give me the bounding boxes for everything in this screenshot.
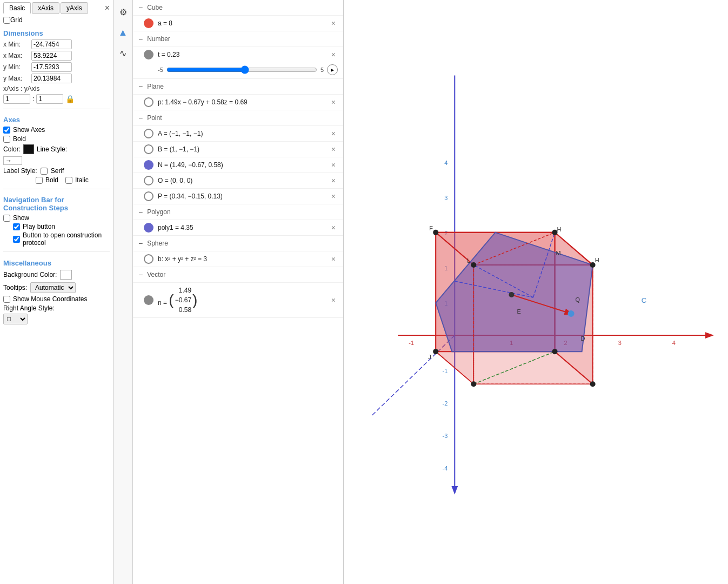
show-axes-label: Show Axes <box>13 126 45 134</box>
polygon-poly1-close[interactable]: × <box>329 223 338 232</box>
ymin-label: y Min: <box>3 63 29 71</box>
svg-text:H: H <box>595 257 599 263</box>
vector-collapse-icon: − <box>138 270 143 279</box>
cube-section-header[interactable]: − Cube <box>133 0 343 15</box>
plane-p-close[interactable]: × <box>329 98 338 107</box>
point-section-label: Point <box>147 114 162 122</box>
axes-color-row: Color: Line Style: <box>3 144 110 154</box>
number-t-dot <box>144 50 153 59</box>
ymin-row: y Min: <box>3 62 110 72</box>
algebra-section-polygon: − Polygon poly1 = 4.35 × <box>133 204 343 236</box>
vector-n-dot <box>144 295 153 305</box>
point-B-text: B = (1, −1, −1) <box>158 145 325 153</box>
sphere-section-header[interactable]: − Sphere <box>133 236 343 251</box>
separator-1 <box>3 109 110 109</box>
slider-row: -5 5 ▶ <box>133 62 343 78</box>
ratio-y-input[interactable] <box>36 94 63 104</box>
mouse-coords-checkbox[interactable] <box>3 296 10 303</box>
right-angle-select[interactable]: □ <box>3 314 28 324</box>
algebra-section-plane: − Plane p: 1.49x − 0.67y + 0.58z = 0.69 … <box>133 79 343 110</box>
vec-val-1: 1.49 <box>179 286 191 295</box>
ymax-input[interactable] <box>31 74 72 83</box>
algebra-section-point: − Point A = (−1, −1, −1) × B = (1, −1, −… <box>133 110 343 204</box>
triangle-tool-icon[interactable]: ▲ <box>116 25 131 40</box>
axes-color-swatch[interactable] <box>23 144 34 154</box>
curve-tool-icon[interactable]: ∿ <box>116 45 131 61</box>
grid-label: Grid <box>10 16 23 24</box>
point-B-close[interactable]: × <box>329 145 338 154</box>
sphere-item-b: b: x² + y² + z² = 3 × <box>133 251 343 267</box>
show-nav-checkbox[interactable] <box>3 215 10 222</box>
point-A-close[interactable]: × <box>329 129 338 138</box>
point-N-close[interactable]: × <box>329 161 338 169</box>
italic-checkbox[interactable] <box>65 177 72 184</box>
point-P-close[interactable]: × <box>329 192 338 201</box>
cube-a-close[interactable]: × <box>329 19 338 28</box>
play-btn-row: Play button <box>3 223 110 230</box>
axes-color-label: Color: <box>3 145 21 153</box>
grid-row: Grid <box>3 16 110 24</box>
number-section-header[interactable]: − Number <box>133 31 343 47</box>
ratio-x-input[interactable] <box>3 94 30 104</box>
show-nav-label: Show <box>13 214 29 222</box>
polygon-section-header[interactable]: − Polygon <box>133 204 343 220</box>
t-slider[interactable] <box>166 65 317 74</box>
arrow-right-icon: → <box>5 157 12 164</box>
polygon-poly1-dot <box>144 223 153 233</box>
svg-point-41 <box>509 292 514 297</box>
tab-xaxis[interactable]: xAxis <box>32 2 59 14</box>
bg-color-swatch[interactable] <box>60 270 72 280</box>
plane-section-header[interactable]: − Plane <box>133 79 343 94</box>
close-panel-button[interactable]: × <box>105 2 110 14</box>
middle-toolbar: ⚙ ▲ ∿ <box>113 0 133 584</box>
graphics-panel[interactable]: 4 3 2 1 1 -1 -2 -3 -4 1 2 3 4 -1 <box>344 0 728 584</box>
svg-text:-3: -3 <box>442 433 448 439</box>
left-settings-panel: Basic xAxis yAxis × Grid Dimensions x Mi… <box>0 0 113 584</box>
xmax-input[interactable] <box>31 51 72 61</box>
serif-checkbox[interactable] <box>41 168 48 175</box>
plane-item-p: p: 1.49x − 0.67y + 0.58z = 0.69 × <box>133 94 343 110</box>
svg-text:L: L <box>467 257 470 264</box>
svg-text:D: D <box>581 335 585 342</box>
vector-section-header[interactable]: − Vector <box>133 267 343 282</box>
tab-yaxis[interactable]: yAxis <box>61 2 88 14</box>
cube-collapse-icon: − <box>138 3 143 12</box>
tooltips-select[interactable]: Automatic <box>30 282 76 293</box>
show-axes-checkbox[interactable] <box>3 127 10 134</box>
line-style-box[interactable]: → <box>3 156 22 165</box>
sphere-b-close[interactable]: × <box>329 255 338 263</box>
point-O-close[interactable]: × <box>329 176 338 185</box>
tab-basic[interactable]: Basic <box>3 2 31 14</box>
vector-n-close[interactable]: × <box>329 296 338 304</box>
svg-point-40 <box>568 310 575 317</box>
point-item-O: O = (0, 0, 0) × <box>133 172 343 188</box>
point-O-dot <box>144 176 153 185</box>
show-axes-row: Show Axes <box>3 126 110 134</box>
svg-text:4: 4 <box>672 340 676 346</box>
number-t-close[interactable]: × <box>329 50 338 59</box>
play-button[interactable]: ▶ <box>327 64 338 75</box>
protocol-button-checkbox[interactable] <box>13 236 20 243</box>
ratio-inputs-row: : 🔒 <box>3 94 110 104</box>
bold-axes-checkbox[interactable] <box>3 136 10 143</box>
svg-text:F: F <box>429 225 433 231</box>
gear-tool-icon[interactable]: ⚙ <box>116 4 131 19</box>
lock-icon[interactable]: 🔒 <box>65 95 75 103</box>
algebra-section-number: − Number t = 0.23 × -5 5 ▶ <box>133 31 343 79</box>
grid-checkbox[interactable] <box>3 17 10 24</box>
svg-point-33 <box>552 349 558 354</box>
point-item-P: P = (0.34, −0.15, 0.13) × <box>133 188 343 204</box>
nav-bar-title: Navigation Bar for Construction Steps <box>3 196 110 212</box>
line-style-row: → <box>3 156 110 165</box>
misc-section: Miscellaneous Background Color: Tooltips… <box>3 259 110 326</box>
bold2-checkbox[interactable] <box>36 177 43 184</box>
vec-val-2: −0.67 <box>175 295 191 305</box>
point-section-header[interactable]: − Point <box>133 110 343 125</box>
bold-italic-row: Bold Italic <box>3 176 110 184</box>
xmin-input[interactable] <box>31 39 72 49</box>
ymin-input[interactable] <box>31 62 72 72</box>
mouse-coords-row: Show Mouse Coordinates <box>3 295 110 303</box>
xmin-label: x Min: <box>3 41 29 48</box>
play-button-checkbox[interactable] <box>13 223 20 230</box>
left-paren: ( <box>169 293 173 308</box>
